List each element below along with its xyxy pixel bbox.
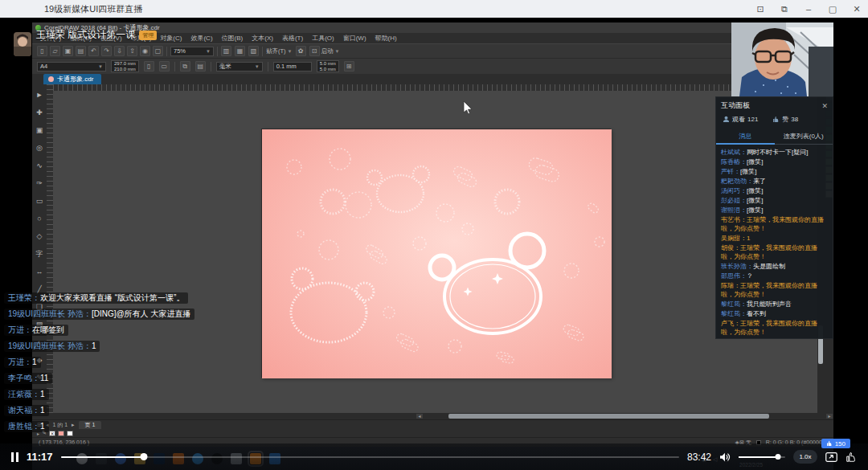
stack-windows-icon[interactable]: ⧉ bbox=[778, 4, 791, 14]
panel-tab[interactable]: 连麦列表(0人) bbox=[775, 129, 833, 145]
window-controls: ⊡ ⧉ – ▢ ✕ bbox=[754, 0, 863, 18]
standard-toolbar: ▯▱▣▤↶↷⇩⇧◉▢ 75%▼ ▥ ▦ ▧ 贴齐(T)▼ ✿ ⊡ 启动▼ bbox=[32, 43, 833, 58]
menu-item[interactable]: 窗口(W) bbox=[343, 34, 366, 43]
separator bbox=[166, 47, 167, 56]
publish-icon[interactable]: ◉ bbox=[140, 46, 150, 56]
horizontal-scrollbar-thumb[interactable] bbox=[448, 414, 769, 419]
current-time: 11:17 bbox=[27, 451, 53, 463]
volume-icon[interactable] bbox=[719, 452, 731, 462]
text-tool-icon[interactable]: 字 bbox=[34, 245, 46, 263]
stream-title-overlay: 王瑾荣 版式设计第一课 管理 bbox=[36, 28, 157, 42]
menu-item[interactable]: 对象(C) bbox=[160, 34, 182, 43]
dimension-tool-icon[interactable]: ↔ bbox=[34, 263, 46, 280]
options-gear-icon[interactable]: ✿ bbox=[296, 46, 306, 56]
邵思伟: 邵思伟？ bbox=[721, 272, 828, 280]
粑耙劲劲: 粑耙劲劲来了 bbox=[721, 177, 828, 186]
undo-icon[interactable]: ↶ bbox=[88, 46, 99, 56]
units-combo[interactable]: 毫米▼ bbox=[216, 62, 263, 72]
胡俊: 胡俊王瑞荣，我来围观你的直播啦，为你点赞！ bbox=[721, 243, 828, 261]
nudge-distance-field[interactable]: 0.1 mm bbox=[273, 62, 312, 72]
redo-icon[interactable]: ↷ bbox=[101, 46, 112, 56]
menu-item[interactable]: 位图(B) bbox=[222, 34, 244, 43]
print-icon[interactable]: ▤ bbox=[76, 46, 86, 56]
all-pages-button[interactable]: ⧉ bbox=[180, 61, 190, 72]
separator bbox=[268, 62, 268, 72]
grid-toggle-icon[interactable]: ▦ bbox=[235, 46, 245, 56]
menu-item[interactable]: 表格(T) bbox=[282, 34, 303, 43]
mini-window-icon[interactable]: ⊡ bbox=[754, 4, 767, 14]
export-icon[interactable]: ⇧ bbox=[127, 46, 137, 56]
new-document-icon[interactable]: ▯ bbox=[37, 46, 47, 56]
current-page-button[interactable]: ▤ bbox=[195, 61, 206, 72]
document-tab[interactable]: 卡通形象.cdr bbox=[43, 74, 101, 84]
treat-as-filled-icon[interactable]: ⊞ bbox=[344, 61, 354, 72]
drawing-page[interactable] bbox=[261, 129, 611, 378]
streamer-avatar[interactable] bbox=[14, 32, 31, 56]
fullscreen-preview-icon[interactable]: ▢ bbox=[153, 46, 163, 56]
陈瑞: 陈瑞王瑞荣，我来围观你的直播啦，为你点赞！ bbox=[721, 281, 828, 299]
snap-to-dropdown[interactable]: 贴齐(T)▼ bbox=[266, 47, 293, 55]
rectangle-tool-icon[interactable]: ▭ bbox=[34, 192, 46, 210]
volume-knob[interactable] bbox=[776, 454, 781, 460]
menu-item[interactable]: 效果(C) bbox=[190, 34, 212, 43]
彭必姮: 彭必姮[微笑] bbox=[721, 196, 828, 205]
menu-item[interactable]: 工具(O) bbox=[312, 34, 334, 43]
total-time: 83:42 bbox=[687, 452, 711, 463]
progress-knob[interactable] bbox=[141, 453, 148, 460]
chevron-down-icon: ▼ bbox=[98, 64, 103, 69]
minimize-icon[interactable]: – bbox=[802, 4, 815, 14]
ellipse-tool-icon[interactable]: ○ bbox=[34, 210, 46, 227]
import-icon[interactable]: ⇩ bbox=[114, 46, 125, 56]
韦艺书: 韦艺书王瑞荣，我来围观你的直播啦，为你点赞！ bbox=[721, 215, 828, 233]
like-button[interactable] bbox=[845, 452, 857, 463]
panel-stats: 观看 121 赞 38 bbox=[716, 112, 833, 126]
freehand-tool-icon[interactable]: ∿ bbox=[34, 157, 46, 174]
volume-filled bbox=[739, 456, 778, 458]
pick-tool-icon[interactable]: ► bbox=[34, 86, 46, 104]
crop-tool-icon[interactable]: ▣ bbox=[34, 121, 46, 139]
admin-badge: 管理 bbox=[139, 31, 157, 40]
menu-item[interactable]: 文本(X) bbox=[252, 34, 273, 43]
portrait-orientation-button[interactable]: ▯ bbox=[144, 61, 154, 72]
open-icon[interactable]: ▱ bbox=[50, 46, 60, 56]
polygon-tool-icon[interactable]: ◇ bbox=[34, 227, 46, 245]
document-thumbnail-icon bbox=[48, 76, 54, 82]
王瑾荣: 王瑾荣欢迎大家来观看直播 “版式设计第一课”。 bbox=[4, 292, 188, 304]
page-dimensions-field[interactable]: 297.0 mm 210.0 mm bbox=[111, 60, 139, 72]
like-count-badge: 150 bbox=[821, 439, 850, 448]
progress-bar[interactable] bbox=[61, 456, 679, 458]
汪紫薇: 汪紫薇1 bbox=[4, 389, 49, 400]
shape-tool-icon[interactable]: ✚ bbox=[34, 104, 46, 121]
chat-message-list[interactable]: 杜斌斌网时不时卡一下[疑问] 陈香椿[微笑] 严钎[微笑] 粑耙劲劲来了 汤闲巧… bbox=[716, 145, 833, 338]
scroll-left-arrow[interactable]: ◄ bbox=[416, 414, 423, 419]
menu-item[interactable]: 帮助(H) bbox=[375, 34, 397, 43]
guides-toggle-icon[interactable]: ▧ bbox=[248, 46, 259, 56]
卢飞: 卢飞王瑞荣，我来围观你的直播啦，为你点赞！ bbox=[721, 319, 828, 337]
panel-close-icon[interactable]: ✕ bbox=[821, 102, 828, 110]
scroll-right-arrow[interactable]: ► bbox=[826, 414, 833, 419]
live-stage: CorelDRAW 2018 (64 Bit) - 卡通形象.cdr 文件(F)… bbox=[0, 18, 868, 470]
close-icon[interactable]: ✕ bbox=[850, 4, 863, 14]
班长孙浩: 班长孙浩头是圆绘制 bbox=[721, 262, 828, 271]
谢熙泪: 谢熙泪[微笑] bbox=[721, 206, 828, 215]
zoom-tool-icon[interactable]: ◎ bbox=[34, 139, 46, 157]
landscape-orientation-button[interactable]: ▭ bbox=[159, 61, 170, 72]
严钎: 严钎[微笑] bbox=[721, 167, 828, 176]
panel-tab[interactable]: 消息 bbox=[716, 129, 775, 145]
document-tab-bar: 卡通形象.cdr bbox=[32, 74, 833, 84]
pause-button[interactable] bbox=[11, 452, 18, 462]
likes-stat: 赞 38 bbox=[772, 115, 798, 124]
mini-player-icon[interactable] bbox=[825, 452, 837, 462]
maximize-icon[interactable]: ▢ bbox=[826, 4, 839, 14]
rulers-toggle-icon[interactable]: ▥ bbox=[221, 46, 231, 56]
artistic-media-tool-icon[interactable]: ✑ bbox=[34, 174, 46, 192]
playback-speed-button[interactable]: 1.0x bbox=[793, 450, 817, 464]
zoom-level-combo[interactable]: 75%▼ bbox=[170, 47, 214, 56]
黎红筠: 黎红筠看不到 bbox=[721, 309, 828, 318]
volume-slider[interactable] bbox=[739, 456, 785, 458]
chat-overlay: 王瑾荣欢迎大家来观看直播 “版式设计第一课”。 19级UI四班班长 孙浩[DIN… bbox=[4, 292, 194, 432]
duplicate-distance-field[interactable]: 5.0 mm 5.0 mm bbox=[317, 60, 339, 72]
launch-dropdown[interactable]: ⊡ 启动▼ bbox=[309, 46, 340, 56]
page-size-preset-combo[interactable]: A4▼ bbox=[37, 62, 106, 72]
save-icon[interactable]: ▣ bbox=[63, 46, 73, 56]
